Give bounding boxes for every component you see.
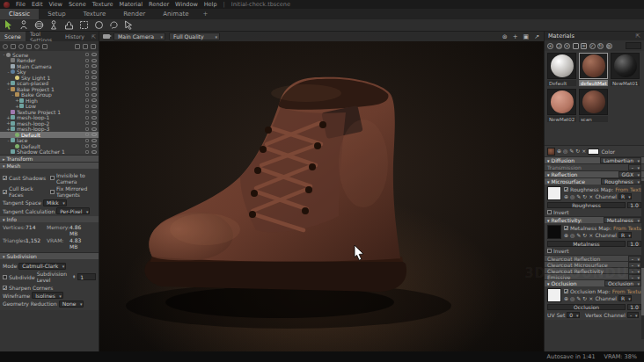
transform-section-header[interactable]: ▸ Transform: [0, 155, 99, 162]
material-folder-icon[interactable]: [573, 43, 579, 49]
lock-icon[interactable]: [85, 116, 89, 119]
menu-file[interactable]: File: [16, 1, 26, 8]
inspect-map-icon[interactable]: ◎: [570, 296, 574, 301]
roughness-map-checkbox[interactable]: [564, 187, 568, 192]
sharpen-corners-checkbox[interactable]: [3, 286, 7, 290]
material-item-defaultmat-selected[interactable]: defaultMat: [579, 53, 608, 86]
menu-help[interactable]: Help: [204, 1, 217, 8]
material-library-icon[interactable]: ≡: [581, 43, 587, 49]
workspace-tab-setup[interactable]: Setup: [39, 9, 74, 19]
add-map-icon[interactable]: ⊕: [564, 296, 568, 301]
cull-back-faces-checkbox[interactable]: [3, 190, 7, 194]
roughness-channel-dropdown[interactable]: R: [618, 193, 632, 199]
metalness-value[interactable]: 1.0: [627, 241, 641, 247]
panel-expand-icon[interactable]: ⇱: [89, 32, 99, 41]
add-object-icon[interactable]: [3, 44, 8, 49]
lock-icon[interactable]: [85, 93, 89, 97]
edit-map-icon[interactable]: ✎: [576, 233, 581, 238]
reload-map-icon[interactable]: ↻: [582, 233, 587, 238]
menu-edit[interactable]: Edit: [32, 1, 43, 8]
visibility-eye-icon[interactable]: [91, 116, 97, 119]
material-filter-input[interactable]: [626, 42, 641, 49]
clearcoat-reflectivity-dropdown[interactable]: -: [628, 268, 641, 274]
boot-3d-model[interactable]: [99, 32, 544, 351]
visibility-eye-icon[interactable]: [91, 127, 97, 131]
lock-icon[interactable]: [85, 150, 89, 154]
invisible-to-camera-checkbox[interactable]: [50, 176, 55, 180]
visibility-eye-icon[interactable]: [91, 59, 97, 62]
reload-map-icon[interactable]: ↻: [582, 194, 587, 199]
scale-tool-icon[interactable]: [48, 20, 59, 31]
lock-icon[interactable]: [85, 64, 89, 68]
emissive-dropdown[interactable]: -: [628, 274, 641, 280]
visibility-eye-icon[interactable]: [91, 121, 97, 125]
inspect-map-icon[interactable]: ◎: [563, 148, 567, 154]
clear-map-icon[interactable]: ×: [589, 194, 593, 199]
visibility-eye-icon[interactable]: [91, 76, 97, 79]
panel-expand-icon[interactable]: ⇱: [636, 33, 640, 40]
quality-select-dropdown[interactable]: Full Quality: [169, 33, 220, 40]
metalness-invert-checkbox[interactable]: [547, 249, 552, 253]
clearcoat-reflection-header[interactable]: Clearcoat Reflection -: [545, 255, 644, 261]
inspect-map-icon[interactable]: ◎: [570, 194, 574, 199]
visibility-eye-icon[interactable]: [91, 105, 97, 108]
tab-scene[interactable]: Scene: [0, 32, 26, 41]
pick-material-icon[interactable]: ✓: [589, 43, 596, 49]
subdivision-section-header[interactable]: ▾ Subdivision: [0, 252, 99, 259]
edit-map-icon[interactable]: ✎: [576, 296, 581, 301]
tangent-calculation-dropdown[interactable]: Per-Pixel: [56, 207, 90, 214]
metalness-map-thumbnail[interactable]: [547, 225, 561, 239]
duplicate-icon[interactable]: [83, 44, 88, 49]
occlusion-slider[interactable]: Occlusion: [547, 304, 626, 310]
lock-icon[interactable]: [85, 127, 89, 131]
subdivision-mode-dropdown[interactable]: Catmull-Clark: [18, 263, 66, 270]
fix-mirrored-tangents-checkbox[interactable]: [50, 190, 55, 194]
roughness-map-thumbnail[interactable]: [547, 186, 561, 200]
albedo-map-thumbnail[interactable]: [547, 148, 555, 156]
add-light-icon[interactable]: [11, 44, 16, 49]
roughness-value[interactable]: 1.0: [627, 202, 641, 208]
lock-icon[interactable]: [85, 59, 89, 62]
workspace-tab-animate[interactable]: Animate: [154, 9, 197, 19]
inspect-map-icon[interactable]: ◎: [570, 233, 574, 238]
delete-icon[interactable]: [91, 44, 96, 49]
workspace-tab-texture[interactable]: Texture: [75, 9, 115, 19]
visibility-eye-icon[interactable]: [91, 64, 97, 68]
geometry-reduction-dropdown[interactable]: None: [59, 300, 84, 308]
clear-map-icon[interactable]: ×: [582, 148, 586, 154]
metalness-map-checkbox[interactable]: [564, 226, 568, 230]
material-item-newmat02[interactable]: NewMat02: [547, 89, 576, 122]
mesh-section-header[interactable]: ▾ Mesh: [0, 162, 99, 169]
reload-map-icon[interactable]: ↻: [575, 148, 580, 154]
lock-icon[interactable]: [85, 144, 89, 148]
workspace-tab-classic[interactable]: Classic: [0, 9, 39, 19]
tangent-space-dropdown[interactable]: Mikk: [43, 199, 67, 206]
add-map-icon[interactable]: ⊕: [557, 148, 561, 154]
visibility-eye-icon[interactable]: [91, 98, 97, 102]
menu-render[interactable]: Render: [149, 1, 169, 8]
reflectivity-mode-dropdown[interactable]: Metalness: [604, 217, 641, 223]
camera-select-dropdown[interactable]: Main Camera: [113, 33, 165, 40]
ellipse-select-tool-icon[interactable]: [93, 20, 104, 31]
occlusion-mode-dropdown[interactable]: Occlusion: [604, 280, 641, 286]
workspace-tab-render[interactable]: Render: [114, 9, 154, 19]
edit-map-icon[interactable]: ✎: [576, 194, 581, 199]
tab-tool-settings[interactable]: Tool Settings: [26, 32, 61, 41]
metalness-channel-dropdown[interactable]: R: [618, 232, 632, 238]
duplicate-material-icon[interactable]: ❏: [556, 43, 562, 49]
transmission-section-header[interactable]: Transmission -: [545, 163, 644, 170]
delete-material-icon[interactable]: ×: [564, 43, 570, 49]
lasso-select-tool-icon[interactable]: [108, 20, 119, 31]
3d-viewport[interactable]: Main Camera Full Quality ⊛ + ▣ ↗: [99, 32, 544, 351]
add-group-icon[interactable]: [42, 44, 48, 49]
lock-icon[interactable]: [85, 87, 89, 90]
visibility-eye-icon[interactable]: [91, 70, 97, 74]
lock-icon[interactable]: [85, 82, 89, 85]
clearcoat-reflectivity-header[interactable]: Clearcoat Reflectivity -: [545, 267, 644, 273]
add-mesh-icon[interactable]: [26, 44, 32, 49]
pointer-select-tool-icon[interactable]: [123, 20, 134, 31]
menu-view[interactable]: View: [48, 1, 62, 8]
subdivision-level-value[interactable]: 1: [77, 273, 96, 280]
visibility-eye-icon[interactable]: [91, 93, 97, 97]
add-map-icon[interactable]: ⊕: [564, 233, 568, 238]
